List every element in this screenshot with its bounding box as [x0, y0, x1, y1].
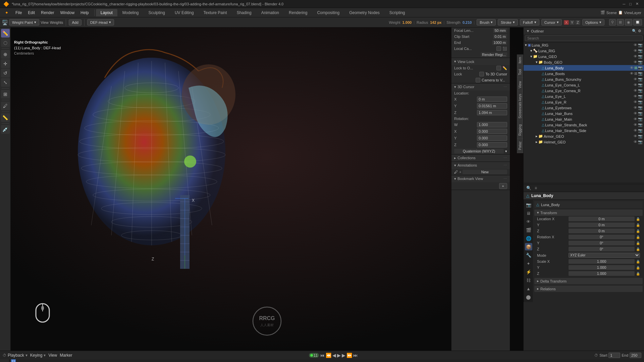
outliner-luna-hair-buns[interactable]: △ Luna_Hair_Buns 👁 📷 [524, 111, 644, 116]
tab-shading[interactable]: Shading [232, 9, 256, 16]
quaternion-dropdown[interactable]: ▾ [505, 149, 507, 154]
lock-to-checkbox[interactable] [496, 66, 501, 70]
props-output-icon[interactable]: 🖥 [525, 209, 532, 217]
icon-btn-4[interactable]: 🔲 [633, 19, 642, 25]
loc-x-lock[interactable]: 🔒 [636, 217, 640, 221]
icon-btn-2[interactable]: ⊞ [617, 19, 624, 25]
relations-header[interactable]: ▸ Relations [534, 286, 643, 292]
annotations-header[interactable]: ▾ Annotations ⋯ [451, 162, 510, 169]
collections-options[interactable]: ⋯ [503, 156, 507, 160]
outliner-luna-rig-armature[interactable]: ▾ 🦴 Luna_RIG 👁 📷 [524, 48, 644, 54]
props-modifiers-icon[interactable]: 🔧 [525, 251, 532, 259]
bookmark-add-btn[interactable]: + [499, 183, 507, 189]
options-button[interactable]: Options ▾ [582, 19, 604, 25]
rend-15[interactable]: 📷 [638, 123, 643, 127]
tool-draw[interactable]: ✏️ [1, 29, 10, 38]
rend-16[interactable]: 📷 [638, 128, 643, 133]
outliner-luna-eye-cornea-r[interactable]: △ Luna_Eye_Cornea_R 👁 📷 [524, 88, 644, 94]
next-key-btn[interactable]: ▶ [342, 353, 345, 358]
outliner-luna-body[interactable]: △ Luna_Body 👁 ⊠ 📷 [524, 65, 644, 71]
tool-annotate[interactable]: 🖊 [1, 102, 10, 110]
tab-rendering[interactable]: Rendering [284, 9, 312, 16]
keying-label[interactable]: Keying [30, 353, 43, 358]
menu-edit[interactable]: Edit [25, 10, 38, 16]
tool-measure[interactable]: 📏 [1, 113, 10, 122]
rend-12[interactable]: 📷 [638, 106, 643, 110]
outliner-search-icon[interactable]: 🔍 [632, 29, 637, 33]
render-icon[interactable]: 📷 [638, 43, 643, 47]
npanel-tab-item[interactable]: Item [517, 54, 523, 66]
collections-header[interactable]: ▸ Collections ⋯ [451, 155, 510, 162]
outliner-body-geo[interactable]: ▾ 📁 Body_GEO 👁 📷 [524, 59, 644, 65]
outliner-luna-hair-strands-back[interactable]: △ Luna_Hair_Strands_Back 👁 📷 [524, 122, 644, 128]
tab-compositing[interactable]: Compositing [312, 9, 344, 16]
cursor-options-icon[interactable]: ⋯ [503, 85, 507, 89]
rot-x-lock[interactable]: 🔒 [636, 235, 640, 239]
rot-y-input[interactable] [477, 135, 507, 141]
vis-7[interactable]: 👁 [634, 77, 637, 81]
tab-animation[interactable]: Animation [257, 9, 284, 16]
vis-12[interactable]: 👁 [634, 106, 637, 110]
tool-rotate[interactable]: ↺ [1, 69, 10, 77]
tool-move[interactable]: ✛ [1, 59, 10, 68]
vis-2[interactable]: 👁 [634, 49, 637, 53]
vis-6[interactable]: 👁 [630, 71, 634, 76]
props-icon-filter[interactable]: ≡ [533, 185, 538, 191]
window-maximize[interactable]: □ [627, 2, 634, 6]
x-axis[interactable]: X [564, 20, 569, 25]
outliner-luna-eye-r[interactable]: △ Luna_Eye_R 👁 📷 [524, 99, 644, 105]
add-button[interactable]: Add [69, 19, 82, 25]
view-label-tl[interactable]: View [48, 353, 57, 358]
window-close[interactable]: ✕ [634, 2, 641, 6]
props-data-icon[interactable]: ▲ [525, 285, 532, 292]
vis-18[interactable]: 👁 [634, 140, 637, 144]
transform-header[interactable]: ▾ Transform [534, 209, 643, 216]
props-physics-icon[interactable]: ⚡ [525, 268, 532, 276]
tab-modeling[interactable]: Modeling [118, 9, 144, 16]
camera-to-v-checkbox[interactable] [476, 78, 480, 82]
viewport-canvas[interactable]: X Z Right Orthographic (11) Luna_Body : … [11, 27, 523, 351]
next-frame-btn[interactable]: ⏩ [346, 353, 352, 358]
start-frame-input[interactable] [608, 353, 620, 358]
menu-file[interactable]: File [13, 10, 24, 16]
z-axis[interactable]: Z [575, 20, 580, 25]
outliner-luna-geo[interactable]: ▾ 📁 Luna_GEO 👁 📷 [524, 54, 644, 59]
npanel-tab-view[interactable]: View [517, 78, 523, 92]
outliner-luna-buns-scrunchy[interactable]: △ Luna_Buns_Scrunchy 👁 📷 [524, 76, 644, 82]
outliner-luna-eye-l[interactable]: △ Luna_Eye_L 👁 📷 [524, 94, 644, 99]
outliner-luna-eyebrows[interactable]: △ Luna_Eyebrows 👁 📷 [524, 105, 644, 111]
tool-sample[interactable]: 💉 [1, 125, 10, 134]
props-particles-icon[interactable]: ✦ [525, 260, 532, 267]
props-constraints-icon[interactable]: ⛓ [525, 277, 532, 284]
menu-help[interactable]: Help [78, 10, 92, 16]
scale-z-lock[interactable]: 🔒 [636, 272, 640, 276]
tool-transform[interactable]: ⊞ [1, 90, 10, 99]
annotations-options[interactable]: ⋯ [503, 163, 507, 168]
npanel-tab-screencast[interactable]: Screencats keys [517, 91, 523, 121]
tool-smooth[interactable]: ◌ [1, 38, 10, 47]
prev-frame-btn[interactable]: ⏪ [326, 353, 331, 358]
npanel-tab-tool[interactable]: Tool [517, 66, 523, 78]
jump-start-btn[interactable]: ⏮ [320, 353, 325, 358]
play-pause-btn[interactable]: ▶ [337, 353, 341, 358]
vis-5[interactable]: 👁 [630, 66, 634, 70]
tab-scripting[interactable]: Scripting [385, 9, 410, 16]
timeline-ruler-area[interactable]: 0 80 160 240 320 400 480 560 640 720 800… [9, 359, 644, 362]
outliner-helmet-geo[interactable]: ▸ 📁 Helmet_GEO 👁 📷 [524, 139, 644, 145]
falloff-button[interactable]: Falloff ▾ [520, 19, 539, 25]
marker-label[interactable]: Marker [60, 353, 72, 358]
vis-8[interactable]: 👁 [634, 83, 637, 87]
outliner-armor-geo[interactable]: ▸ 📁 Armor_GEO 👁 📷 [524, 133, 644, 139]
rend-18[interactable]: 📷 [638, 140, 643, 144]
local-ca-checkbox[interactable] [496, 46, 501, 51]
cursor-3d-header[interactable]: ▾ 3D Cursor ⋯ [451, 83, 510, 90]
prev-key-btn[interactable]: ◀ [332, 353, 336, 358]
props-object-icon[interactable]: 📦 [525, 243, 532, 250]
loc-y-lock[interactable]: 🔒 [636, 223, 640, 227]
window-minimize[interactable]: ─ [621, 2, 628, 6]
menu-render[interactable]: Render [38, 10, 57, 16]
menu-window[interactable]: Window [57, 10, 77, 16]
rend-5[interactable]: 📷 [638, 66, 643, 70]
delta-transform-header[interactable]: ▸ Delta Transform [534, 278, 643, 284]
vis-13[interactable]: 👁 [634, 111, 637, 116]
